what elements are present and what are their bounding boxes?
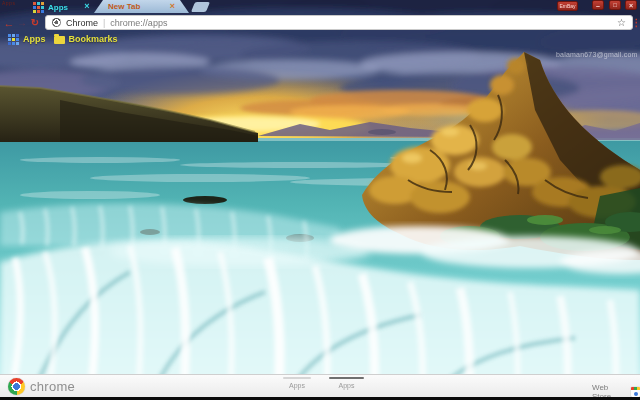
site-chrome-icon [52, 18, 61, 27]
tab-label: Apps [48, 3, 68, 12]
pager-indicator [283, 377, 311, 379]
tab-label: New Tab [108, 2, 140, 11]
tab-close-icon[interactable]: × [170, 1, 175, 11]
tab-new-tab[interactable]: New Tab × [94, 0, 189, 13]
tab-strip: Apps Apps × New Tab × EmBay – □ × [0, 0, 640, 13]
profile-badge[interactable]: EmBay [557, 1, 578, 11]
maximize-button[interactable]: □ [609, 0, 621, 10]
pager-indicator [329, 377, 364, 379]
pager-label: Apps [339, 382, 355, 389]
omnibox-divider: | [103, 18, 105, 28]
chrome-brand: chrome [8, 378, 75, 395]
theme-wallpaper [0, 0, 640, 400]
reload-icon[interactable]: ↻ [29, 13, 41, 32]
apps-grid-icon [8, 34, 19, 45]
window-close-button[interactable]: × [625, 0, 637, 10]
browser-window: balaman673@gmail.com Apps Apps × New Tab… [0, 0, 640, 400]
bookmark-label: Apps [23, 34, 46, 44]
bookmark-star-icon[interactable]: ☆ [617, 17, 626, 28]
omnibox-site-name: Chrome [66, 18, 98, 28]
watermark-email: balaman673@gmail.com [556, 51, 638, 58]
minimize-button[interactable]: – [592, 0, 604, 10]
bookmark-label: Bookmarks [69, 34, 118, 44]
back-icon[interactable]: ← [2, 13, 16, 32]
toolbar: ← → ↻ Chrome | chrome://apps ☆ ⋮ [0, 13, 640, 32]
chrome-brand-label: chrome [30, 379, 75, 394]
bookmarks-bar: Apps Bookmarks [0, 32, 640, 46]
pager-item-apps-1[interactable]: Apps [283, 377, 311, 389]
bookmarks-folder-shortcut[interactable]: Bookmarks [54, 34, 118, 44]
window-corner-text: Apps [2, 0, 15, 6]
browser-menu-icon[interactable]: ⋮ [633, 13, 640, 32]
new-tab-button[interactable] [191, 2, 210, 12]
apps-grid-icon [33, 2, 44, 13]
omnibox-url: chrome://apps [110, 18, 167, 28]
folder-icon [54, 36, 65, 44]
pager-label: Apps [289, 382, 305, 389]
tab-close-icon[interactable]: × [82, 1, 92, 11]
apps-pager: Apps Apps [283, 377, 364, 389]
forward-icon[interactable]: → [16, 13, 28, 32]
bottom-launcher-bar: chrome Apps Apps Web Store [0, 374, 640, 397]
chrome-logo-icon [8, 378, 25, 395]
web-store-icon [631, 387, 640, 397]
pager-item-apps-2[interactable]: Apps [329, 377, 364, 389]
bookmarks-apps-shortcut[interactable]: Apps [8, 34, 46, 45]
omnibox[interactable]: Chrome | chrome://apps ☆ [45, 15, 633, 30]
